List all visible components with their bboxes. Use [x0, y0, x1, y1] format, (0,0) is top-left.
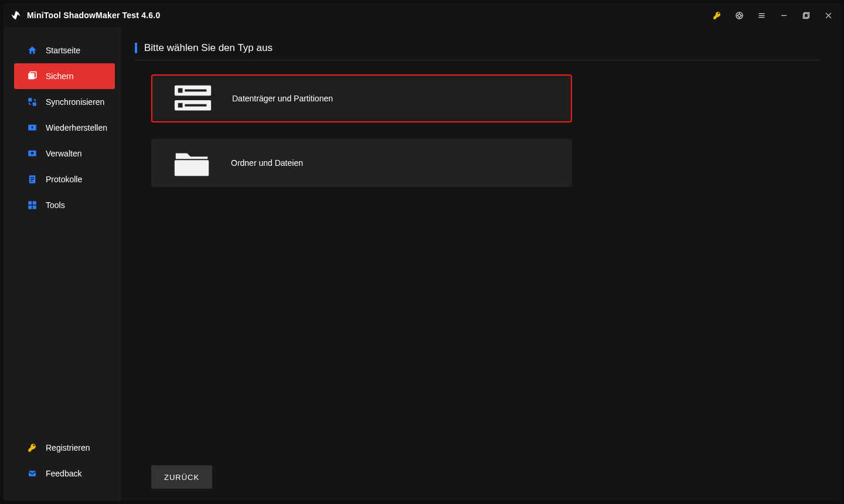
svg-rect-22 [185, 104, 206, 107]
key-icon[interactable] [712, 10, 722, 21]
key-icon [27, 442, 38, 453]
menu-icon[interactable] [756, 10, 767, 21]
sidebar-item-protokolle[interactable]: Protokolle [14, 166, 115, 192]
folder-icon [171, 146, 212, 180]
sidebar-footer: Registrieren Feedback [4, 435, 121, 500]
manage-icon [27, 148, 38, 159]
sidebar-item-label: Wiederherstellen [46, 123, 107, 132]
heading-accent [135, 43, 137, 53]
svg-rect-14 [28, 206, 32, 209]
svg-rect-18 [178, 88, 183, 93]
sidebar-register[interactable]: Registrieren [4, 435, 121, 461]
svg-rect-7 [33, 103, 36, 106]
svg-rect-3 [803, 13, 808, 18]
backup-icon [27, 71, 38, 81]
sidebar-item-label: Verwalten [46, 149, 81, 158]
sidebar-register-label: Registrieren [46, 443, 90, 452]
sidebar-feedback[interactable]: Feedback [4, 461, 121, 486]
sidebar: Startseite Sichern Synchronisieren [4, 27, 121, 500]
app-window: MiniTool ShadowMaker Test 4.6.0 [4, 4, 840, 500]
titlebar-controls [712, 10, 833, 21]
sidebar-item-wiederherstellen[interactable]: Wiederherstellen [14, 115, 115, 141]
sync-icon [27, 97, 38, 107]
back-button[interactable]: ZURÜCK [151, 465, 212, 489]
maximize-icon[interactable] [801, 10, 811, 21]
svg-point-10 [31, 152, 34, 155]
sidebar-item-label: Tools [46, 200, 65, 210]
sidebar-item-startseite[interactable]: Startseite [14, 38, 115, 63]
main-footer: ZURÜCK [135, 465, 821, 489]
logs-icon [27, 174, 38, 185]
app-title: MiniTool ShadowMaker Test 4.6.0 [27, 11, 160, 20]
sidebar-item-label: Protokolle [46, 175, 82, 184]
minimize-icon[interactable] [778, 10, 789, 21]
home-icon [27, 45, 38, 56]
svg-rect-23 [175, 160, 209, 176]
svg-point-1 [738, 14, 741, 17]
sidebar-item-label: Sichern [46, 71, 73, 81]
close-icon[interactable] [823, 10, 833, 21]
main-heading: Bitte wählen Sie den Typ aus [135, 42, 821, 60]
app-logo-icon [11, 10, 21, 21]
heading-text: Bitte wählen Sie den Typ aus [144, 42, 273, 54]
svg-rect-2 [804, 12, 809, 17]
sidebar-item-label: Synchronisieren [46, 97, 104, 107]
titlebar-left: MiniTool ShadowMaker Test 4.6.0 [11, 10, 160, 21]
sidebar-item-synchronisieren[interactable]: Synchronisieren [14, 89, 115, 115]
sidebar-item-tools[interactable]: Tools [14, 192, 115, 218]
sidebar-feedback-label: Feedback [46, 469, 81, 478]
svg-rect-21 [178, 103, 183, 108]
option-label: Ordner und Dateien [231, 158, 303, 168]
option-folders-files[interactable]: Ordner und Dateien [151, 139, 572, 187]
svg-rect-12 [28, 201, 32, 205]
sidebar-item-verwalten[interactable]: Verwalten [14, 141, 115, 166]
mail-icon [27, 468, 38, 479]
svg-rect-15 [33, 206, 36, 209]
disk-icon [172, 81, 213, 115]
buoy-icon[interactable] [734, 10, 744, 21]
svg-rect-6 [28, 98, 32, 101]
body: Startseite Sichern Synchronisieren [4, 27, 840, 500]
option-disk-partitions[interactable]: Datenträger und Partitionen [151, 74, 572, 122]
sidebar-nav: Startseite Sichern Synchronisieren [4, 38, 121, 218]
type-options: Datenträger und Partitionen Ordner und D… [135, 60, 821, 203]
sidebar-item-sichern[interactable]: Sichern [14, 63, 115, 89]
titlebar: MiniTool ShadowMaker Test 4.6.0 [4, 4, 840, 27]
restore-icon [27, 122, 38, 133]
svg-rect-13 [33, 201, 36, 205]
main-panel: Bitte wählen Sie den Typ aus [121, 27, 840, 500]
option-label: Datenträger und Partitionen [232, 94, 333, 103]
svg-rect-19 [185, 89, 206, 91]
sidebar-item-label: Startseite [46, 46, 80, 55]
tools-icon [27, 200, 38, 210]
